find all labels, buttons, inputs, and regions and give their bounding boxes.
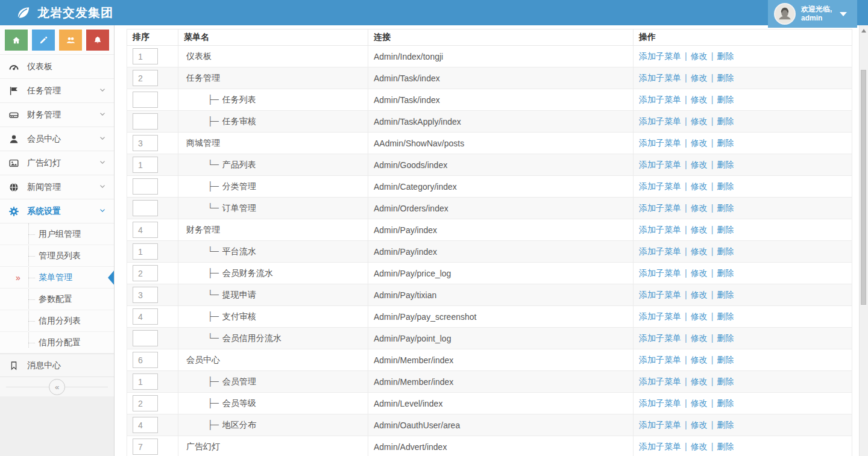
- sort-input[interactable]: [133, 200, 158, 216]
- submenu-item-menu-management[interactable]: » 菜单管理: [0, 267, 114, 289]
- home-button[interactable]: [5, 30, 28, 51]
- edit-link[interactable]: 修改: [691, 398, 708, 408]
- sort-input[interactable]: [133, 135, 158, 151]
- add-submenu-link[interactable]: 添加子菜单: [639, 268, 681, 278]
- submenu-item-credit-list[interactable]: 信用分列表: [0, 310, 114, 332]
- edit-link[interactable]: 修改: [691, 160, 708, 169]
- edit-link[interactable]: 修改: [691, 116, 708, 126]
- sort-input[interactable]: [133, 113, 158, 130]
- delete-link[interactable]: 删除: [717, 355, 734, 364]
- submenu-item-credit-config[interactable]: 信用分配置: [0, 332, 114, 354]
- delete-link[interactable]: 删除: [717, 203, 734, 213]
- edit-link[interactable]: 修改: [691, 290, 708, 299]
- delete-link[interactable]: 删除: [717, 442, 734, 451]
- add-submenu-link[interactable]: 添加子菜单: [639, 95, 681, 104]
- sort-input[interactable]: [133, 157, 158, 173]
- add-submenu-link[interactable]: 添加子菜单: [639, 246, 681, 256]
- add-submenu-link[interactable]: 添加子菜单: [639, 376, 681, 386]
- sort-input[interactable]: [133, 417, 158, 433]
- user-menu[interactable]: 欢迎光临, admin: [768, 0, 857, 28]
- add-submenu-link[interactable]: 添加子菜单: [639, 51, 681, 61]
- edit-link[interactable]: 修改: [691, 268, 708, 278]
- sidebar-item-tasks[interactable]: 任务管理: [0, 79, 114, 103]
- add-submenu-link[interactable]: 添加子菜单: [639, 181, 681, 191]
- add-submenu-link[interactable]: 添加子菜单: [639, 398, 681, 408]
- sort-input[interactable]: [133, 308, 158, 325]
- edit-link[interactable]: 修改: [691, 442, 708, 451]
- sort-input[interactable]: [133, 395, 158, 411]
- add-submenu-link[interactable]: 添加子菜单: [639, 442, 681, 451]
- edit-link[interactable]: 修改: [691, 420, 708, 429]
- delete-link[interactable]: 删除: [717, 246, 734, 256]
- add-submenu-link[interactable]: 添加子菜单: [639, 138, 681, 148]
- sidebar-item-news[interactable]: 新闻管理: [0, 175, 114, 199]
- delete-link[interactable]: 删除: [717, 225, 734, 234]
- sidebar-item-members[interactable]: 会员中心: [0, 127, 114, 151]
- submenu-item-user-groups[interactable]: 用户组管理: [0, 223, 114, 245]
- edit-link[interactable]: 修改: [691, 376, 708, 386]
- delete-link[interactable]: 删除: [717, 160, 734, 169]
- delete-link[interactable]: 删除: [717, 333, 734, 343]
- sort-input[interactable]: [133, 352, 158, 368]
- sidebar-item-ads[interactable]: 广告幻灯: [0, 151, 114, 175]
- sort-input[interactable]: [133, 70, 158, 86]
- sort-input[interactable]: [133, 330, 158, 346]
- edit-button[interactable]: [32, 30, 55, 51]
- delete-link[interactable]: 删除: [717, 138, 734, 148]
- delete-link[interactable]: 删除: [717, 73, 734, 83]
- add-submenu-link[interactable]: 添加子菜单: [639, 355, 681, 364]
- add-submenu-link[interactable]: 添加子菜单: [639, 290, 681, 299]
- add-submenu-link[interactable]: 添加子菜单: [639, 203, 681, 213]
- delete-link[interactable]: 删除: [717, 268, 734, 278]
- add-submenu-link[interactable]: 添加子菜单: [639, 311, 681, 321]
- edit-link[interactable]: 修改: [691, 333, 708, 343]
- scroll-up-button[interactable]: [860, 29, 868, 36]
- delete-link[interactable]: 删除: [717, 290, 734, 299]
- edit-link[interactable]: 修改: [691, 355, 708, 364]
- sort-input[interactable]: [133, 287, 158, 303]
- delete-link[interactable]: 删除: [717, 420, 734, 429]
- delete-link[interactable]: 删除: [717, 398, 734, 408]
- add-submenu-link[interactable]: 添加子菜单: [639, 420, 681, 429]
- delete-link[interactable]: 删除: [717, 51, 734, 61]
- edit-link[interactable]: 修改: [691, 51, 708, 61]
- sort-input[interactable]: [133, 92, 158, 108]
- delete-link[interactable]: 删除: [717, 95, 734, 104]
- sort-input[interactable]: [133, 265, 158, 281]
- edit-link[interactable]: 修改: [691, 246, 708, 256]
- add-submenu-link[interactable]: 添加子菜单: [639, 160, 681, 169]
- sort-input[interactable]: [133, 48, 158, 64]
- add-submenu-link[interactable]: 添加子菜单: [639, 116, 681, 126]
- users-button[interactable]: [59, 30, 82, 51]
- sort-input[interactable]: [133, 373, 158, 390]
- delete-link[interactable]: 删除: [717, 311, 734, 321]
- sort-input[interactable]: [133, 222, 158, 238]
- add-submenu-link[interactable]: 添加子菜单: [639, 73, 681, 83]
- edit-link[interactable]: 修改: [691, 203, 708, 213]
- sort-input[interactable]: [133, 178, 158, 195]
- delete-link[interactable]: 删除: [717, 116, 734, 126]
- scrollbar-thumb[interactable]: [861, 70, 866, 305]
- vertical-scrollbar[interactable]: [859, 25, 868, 456]
- sidebar-item-dashboard[interactable]: 仪表板: [0, 55, 114, 79]
- add-submenu-link[interactable]: 添加子菜单: [639, 225, 681, 234]
- edit-link[interactable]: 修改: [691, 225, 708, 234]
- add-submenu-link[interactable]: 添加子菜单: [639, 333, 681, 343]
- sidebar-item-settings[interactable]: 系统设置: [0, 199, 114, 223]
- sidebar-item-finance[interactable]: 财务管理: [0, 103, 114, 127]
- notifications-button[interactable]: [86, 30, 109, 51]
- delete-link[interactable]: 删除: [717, 181, 734, 191]
- delete-link[interactable]: 删除: [717, 376, 734, 386]
- menu-link: Admin/Member/index: [374, 355, 453, 365]
- sort-input[interactable]: [133, 243, 158, 260]
- edit-link[interactable]: 修改: [691, 138, 708, 148]
- edit-link[interactable]: 修改: [691, 181, 708, 191]
- sort-input[interactable]: [133, 439, 158, 455]
- edit-link[interactable]: 修改: [691, 311, 708, 321]
- submenu-item-parameters[interactable]: 参数配置: [0, 289, 114, 310]
- edit-link[interactable]: 修改: [691, 73, 708, 83]
- edit-link[interactable]: 修改: [691, 95, 708, 104]
- collapse-sidebar-button[interactable]: «: [49, 379, 65, 395]
- sidebar-item-messages[interactable]: 消息中心: [0, 354, 114, 377]
- submenu-item-admin-list[interactable]: 管理员列表: [0, 245, 114, 267]
